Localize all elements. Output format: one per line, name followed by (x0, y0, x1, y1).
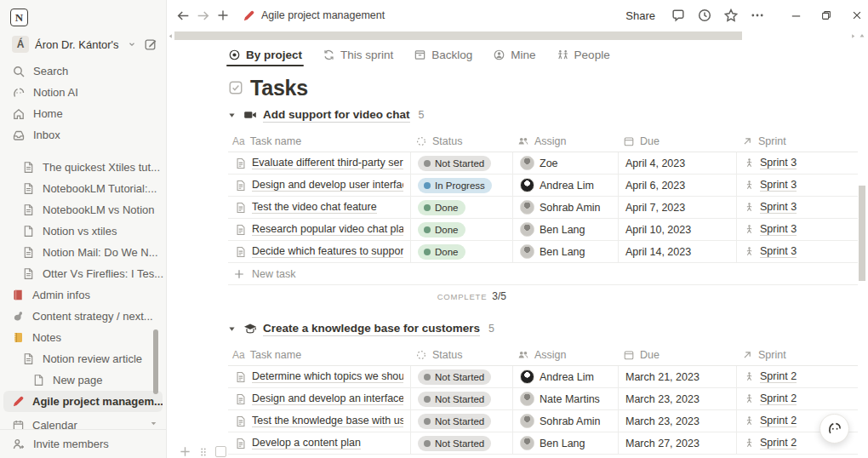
sidebar-page-admin-infos[interactable]: Admin infos (0, 284, 166, 306)
column-assign[interactable]: Assign (513, 344, 619, 365)
task-link[interactable]: Test the video chat feature (252, 201, 377, 214)
task-link[interactable]: Decide which features to support (252, 245, 403, 258)
status-badge[interactable]: Not Started (418, 414, 491, 429)
sidebar-page-notion-review-article[interactable]: Notion review article (0, 348, 166, 369)
sidebar-page-notion-mail[interactable]: Notion Mail: Do We N... (0, 242, 166, 263)
scroll-right-arrow-icon[interactable] (850, 33, 856, 39)
forward-button[interactable] (193, 6, 213, 26)
due-date[interactable]: March 23, 2023 (619, 388, 737, 409)
status-badge[interactable]: In Progress (418, 178, 492, 193)
column-sprint[interactable]: Sprint (737, 344, 858, 365)
drag-handle-icon[interactable] (199, 446, 208, 458)
notion-ai-floating-button[interactable] (819, 414, 849, 444)
sidebar-page-notes[interactable]: Notes (0, 327, 166, 348)
due-date[interactable]: March 27, 2023 (619, 432, 737, 454)
column-task-name[interactable]: Aa Task name (228, 344, 411, 365)
sprint-link[interactable]: Sprint 2 (760, 392, 797, 405)
sidebar-item-search[interactable]: Search (0, 60, 166, 82)
sidebar-page-new-page[interactable]: New page (0, 369, 166, 391)
due-date[interactable]: April 14, 2023 (619, 241, 737, 262)
due-date[interactable]: March 23, 2023 (619, 410, 737, 432)
empty-checkbox[interactable] (215, 446, 226, 457)
share-button[interactable]: Share (625, 9, 655, 22)
group-title-link[interactable]: Create a knowledge base for customers (263, 321, 480, 337)
toggle-triangle-icon[interactable] (228, 112, 243, 119)
column-task-name[interactable]: Aa Task name (228, 130, 411, 152)
table-row[interactable]: Decide which features to support Done Be… (228, 241, 858, 263)
due-date[interactable]: April 6, 2023 (619, 175, 737, 196)
sidebar-item-calendar[interactable]: Calendar (0, 415, 166, 429)
sprint-link[interactable]: Sprint 2 (760, 415, 797, 427)
sprint-link[interactable]: Sprint 2 (760, 437, 797, 449)
table-row[interactable]: Design and develop an interface Not Star… (228, 388, 858, 410)
add-block-button[interactable] (179, 445, 191, 458)
task-link[interactable]: Develop a content plan (252, 437, 361, 449)
sprint-link[interactable]: Sprint 3 (760, 201, 797, 214)
minimize-button[interactable] (785, 4, 807, 26)
task-link[interactable]: Design and develop user interface (252, 179, 403, 192)
table-row[interactable]: Test the video chat feature Done Sohrab … (228, 197, 858, 219)
due-date[interactable]: April 7, 2023 (619, 197, 737, 218)
sprint-link[interactable]: Sprint 3 (760, 179, 797, 192)
status-badge[interactable]: Not Started (418, 156, 491, 171)
due-date[interactable]: March 21, 2023 (619, 366, 737, 387)
comments-button[interactable] (669, 6, 688, 25)
status-badge[interactable]: Not Started (418, 436, 491, 451)
tab-mine[interactable]: Mine (493, 41, 535, 68)
sidebar-calendar-clipped[interactable]: Calendar (0, 415, 166, 429)
task-link[interactable]: Determine which topics we should cover (252, 370, 403, 383)
sidebar-page-notebooklm-vs-notion[interactable]: NotebookLM vs Notion (0, 199, 166, 220)
sidebar-item-inbox[interactable]: Inbox (0, 124, 166, 146)
scroll-up-arrow-icon[interactable] (859, 32, 865, 39)
vertical-scroll-thumb[interactable] (859, 186, 865, 281)
sprint-link[interactable]: Sprint 2 (760, 370, 797, 383)
status-badge[interactable]: Done (418, 244, 465, 260)
sidebar-scrollbar[interactable] (153, 329, 158, 394)
sidebar-item-home[interactable]: Home (0, 103, 166, 124)
group-title-link[interactable]: Add support for video chat (263, 107, 410, 123)
table-row[interactable]: Research popular video chat platforms Do… (228, 219, 858, 241)
due-date[interactable]: April 4, 2023 (619, 152, 737, 174)
sprint-link[interactable]: Sprint 3 (760, 223, 797, 236)
toggle-triangle-icon[interactable] (228, 325, 243, 333)
table-row[interactable]: Develop a content plan Not Started Ben L… (228, 432, 858, 455)
task-link[interactable]: Research popular video chat platforms (252, 223, 403, 236)
task-link[interactable]: Test the knowledge base with users (252, 415, 403, 427)
status-badge[interactable]: Done (418, 222, 465, 238)
task-link[interactable]: Evaluate different third-party services (252, 157, 403, 169)
sidebar-item-notion-ai[interactable]: Notion AI (0, 82, 166, 103)
tab-this-sprint[interactable]: This sprint (323, 41, 393, 68)
group-header[interactable]: Add support for video chat 5 (228, 104, 858, 126)
page-tab[interactable]: Agile project management (243, 9, 385, 22)
table-row[interactable]: Evaluate different third-party services … (228, 152, 858, 175)
sidebar-page-notebooklm-tutorial[interactable]: NotebookLM Tutorial:... (0, 178, 166, 199)
tab-people[interactable]: People (557, 41, 610, 68)
sidebar-page-otter-vs-fireflies[interactable]: Otter Vs Fireflies: I Tes... (0, 263, 166, 284)
updates-clock-button[interactable] (695, 6, 714, 25)
tab-by-project[interactable]: By project (228, 41, 302, 68)
table-row[interactable]: Determine which topics we should cover N… (228, 366, 858, 388)
scroll-left-arrow-icon[interactable] (168, 33, 174, 39)
table-row[interactable]: Test the knowledge base with users Not S… (228, 410, 858, 432)
status-badge[interactable]: Done (418, 200, 465, 215)
notion-logo[interactable]: N (0, 0, 166, 30)
compose-icon[interactable] (144, 37, 157, 51)
sidebar-page-content-strategy[interactable]: Content strategy / next... (0, 306, 166, 327)
sprint-link[interactable]: Sprint 3 (760, 157, 797, 169)
new-task-button[interactable]: New task (228, 263, 858, 285)
back-button[interactable] (174, 6, 193, 26)
status-badge[interactable]: Not Started (418, 369, 491, 385)
column-sprint[interactable]: Sprint (737, 130, 858, 152)
close-button[interactable] (846, 4, 868, 26)
column-due[interactable]: Due (619, 130, 737, 152)
column-assign[interactable]: Assign (513, 130, 619, 152)
group-header[interactable]: Create a knowledge base for customers 5 (228, 318, 858, 340)
horizontal-scroll-thumb[interactable] (174, 31, 742, 40)
restore-window-button[interactable] (815, 4, 837, 26)
sidebar-page-xtiles-tutorial[interactable]: The quickest Xtiles tut... (0, 157, 166, 178)
due-date[interactable]: April 10, 2023 (619, 219, 737, 240)
sidebar-page-notion-vs-xtiles[interactable]: Notion vs xtiles (0, 220, 166, 242)
sidebar-page-agile-project-management[interactable]: Agile project managem... (3, 391, 163, 412)
complete-aggregate[interactable]: COMPLETE 3/5 (437, 290, 513, 302)
sprint-link[interactable]: Sprint 3 (760, 245, 797, 258)
